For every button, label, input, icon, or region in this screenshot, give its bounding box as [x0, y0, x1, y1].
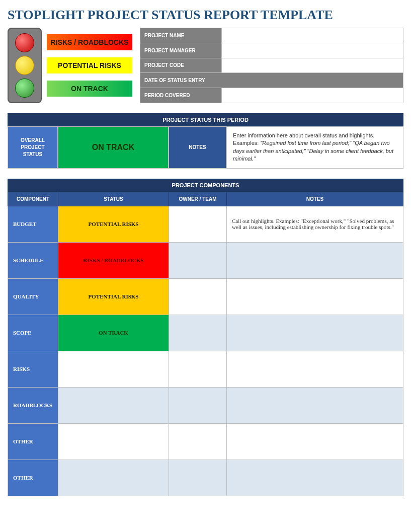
component-label: OTHER [8, 423, 58, 460]
components-table: COMPONENT STATUS OWNER / TEAM NOTES BUDG… [8, 192, 403, 496]
light-green-icon [15, 79, 34, 98]
meta-label: PROJECT NAME [140, 28, 222, 43]
table-row: SCOPEON TRACK [8, 315, 403, 351]
component-label: BUDGET [8, 206, 58, 242]
period-header: PROJECT STATUS THIS PERIOD [8, 113, 403, 126]
component-status[interactable] [58, 387, 169, 423]
meta-row: DATE OF STATUS ENTRY [140, 73, 403, 88]
component-notes[interactable] [227, 351, 403, 387]
component-notes[interactable] [227, 423, 403, 460]
period-row: OVERALL PROJECT STATUS ON TRACK NOTES En… [8, 126, 403, 169]
components-header-row: COMPONENT STATUS OWNER / TEAM NOTES [8, 192, 403, 206]
meta-row: PROJECT NAME [140, 28, 403, 43]
component-notes[interactable] [227, 387, 403, 423]
components-section: PROJECT COMPONENTS COMPONENT STATUS OWNE… [8, 179, 403, 496]
legend-green: ON TRACK [47, 81, 132, 97]
component-owner[interactable] [169, 278, 227, 315]
component-label: SCHEDULE [8, 242, 58, 278]
component-status[interactable]: ON TRACK [58, 315, 169, 351]
period-notes-label: NOTES [169, 126, 226, 169]
component-owner[interactable] [169, 206, 227, 242]
meta-row: PERIOD COVERED [140, 88, 403, 103]
table-row: RISKS [8, 351, 403, 387]
component-owner[interactable] [169, 460, 227, 496]
light-red-icon [15, 33, 34, 52]
table-row: ROADBLOCKS [8, 387, 403, 423]
meta-value[interactable] [222, 43, 403, 58]
component-label: RISKS [8, 351, 58, 387]
meta-label: PERIOD COVERED [140, 88, 222, 103]
period-section: PROJECT STATUS THIS PERIOD OVERALL PROJE… [8, 113, 403, 169]
meta-row: PROJECT MANAGER [140, 43, 403, 58]
component-status[interactable] [58, 460, 169, 496]
component-owner[interactable] [169, 315, 227, 351]
meta-table: PROJECT NAMEPROJECT MANAGERPROJECT CODED… [140, 28, 403, 103]
col-notes: NOTES [227, 192, 403, 206]
table-row: SCHEDULERISKS / ROADBLOCKS [8, 242, 403, 278]
meta-value[interactable] [222, 28, 403, 43]
top-section: RISKS / ROADBLOCKS POTENTIAL RISKS ON TR… [8, 28, 403, 103]
table-row: BUDGETPOTENTIAL RISKSCall out highlights… [8, 206, 403, 242]
meta-label: PROJECT CODE [140, 58, 222, 73]
component-status[interactable] [58, 423, 169, 460]
period-notes-body[interactable]: Enter information here about overall sta… [226, 126, 403, 169]
col-status: STATUS [58, 192, 169, 206]
col-component: COMPONENT [8, 192, 58, 206]
meta-label: PROJECT MANAGER [140, 43, 222, 58]
legend-red: RISKS / ROADBLOCKS [47, 34, 132, 50]
component-label: OTHER [8, 460, 58, 496]
component-notes[interactable] [227, 278, 403, 315]
stoplight-icon [8, 28, 42, 103]
table-row: OTHER [8, 423, 403, 460]
component-notes[interactable] [227, 315, 403, 351]
component-label: QUALITY [8, 278, 58, 315]
table-row: OTHER [8, 460, 403, 496]
component-notes[interactable] [227, 460, 403, 496]
meta-row: PROJECT CODE [140, 58, 403, 73]
component-status[interactable]: POTENTIAL RISKS [58, 278, 169, 315]
component-owner[interactable] [169, 351, 227, 387]
component-owner[interactable] [169, 242, 227, 278]
overall-status-label: OVERALL PROJECT STATUS [8, 126, 58, 169]
component-notes[interactable]: Call out highlights. Examples: "Exceptio… [227, 206, 403, 242]
component-owner[interactable] [169, 387, 227, 423]
table-row: QUALITYPOTENTIAL RISKS [8, 278, 403, 315]
meta-label-full: DATE OF STATUS ENTRY [140, 73, 403, 88]
page-title: STOPLIGHT PROJECT STATUS REPORT TEMPLATE [8, 8, 403, 23]
component-status[interactable] [58, 351, 169, 387]
legend-yellow: POTENTIAL RISKS [47, 57, 132, 73]
component-notes[interactable] [227, 242, 403, 278]
legend-labels: RISKS / ROADBLOCKS POTENTIAL RISKS ON TR… [47, 28, 132, 103]
meta-value[interactable] [222, 88, 403, 103]
col-owner: OWNER / TEAM [169, 192, 227, 206]
component-status[interactable]: RISKS / ROADBLOCKS [58, 242, 169, 278]
overall-status-value[interactable]: ON TRACK [58, 126, 169, 169]
component-status[interactable]: POTENTIAL RISKS [58, 206, 169, 242]
meta-value[interactable] [222, 58, 403, 73]
component-owner[interactable] [169, 423, 227, 460]
light-yellow-icon [15, 56, 34, 75]
component-label: ROADBLOCKS [8, 387, 58, 423]
components-header: PROJECT COMPONENTS [8, 179, 403, 192]
legend-area: RISKS / ROADBLOCKS POTENTIAL RISKS ON TR… [8, 28, 132, 103]
component-label: SCOPE [8, 315, 58, 351]
